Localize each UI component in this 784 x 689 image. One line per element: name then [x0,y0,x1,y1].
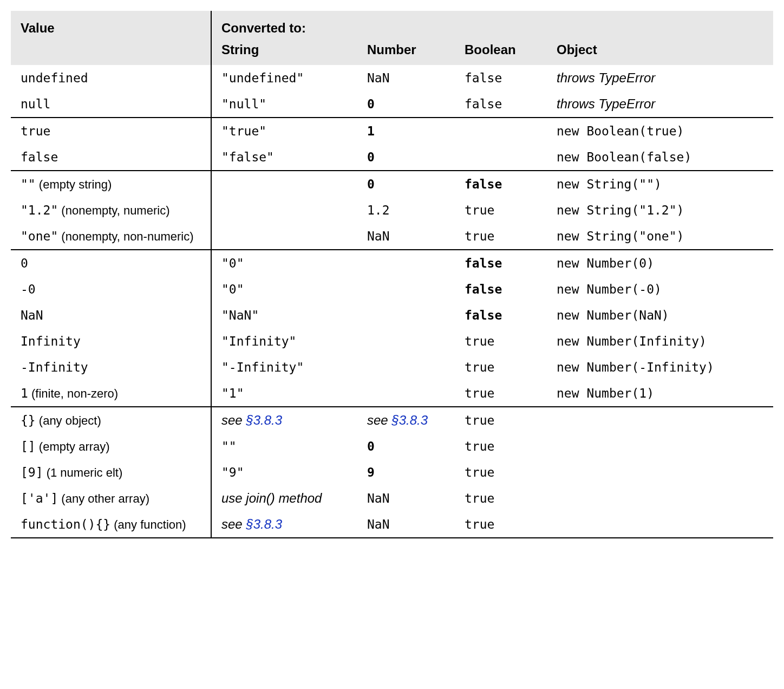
cell-boolean: true [455,511,547,538]
cell-object: throws TypeError [547,91,773,118]
header-value: Value [11,11,211,65]
cell-string: "1" [211,380,357,407]
cell-value: [9] (1 numeric elt) [11,459,211,485]
cell-boolean: false [455,250,547,276]
cell-number [357,276,455,302]
cell-value: [] (empty array) [11,433,211,459]
cell-value: null [11,91,211,118]
cell-boolean: true [455,328,547,354]
cell-value: NaN [11,302,211,328]
cell-string: "false" [211,144,357,171]
cell-boolean: true [455,354,547,380]
cell-value: false [11,144,211,171]
cell-boolean [455,144,547,171]
header-object: Object [547,39,773,65]
header-string: String [211,39,357,65]
table-row: 0"0"falsenew Number(0) [11,250,773,276]
cell-string: "NaN" [211,302,357,328]
table-row: "one" (nonempty, non-numeric)NaNtruenew … [11,223,773,250]
cell-object: new String("one") [547,223,773,250]
cell-string: see §3.8.3 [211,511,357,538]
cell-value: -0 [11,276,211,302]
header-number: Number [357,39,455,65]
cell-value: ['a'] (any other array) [11,485,211,511]
cell-string: "Infinity" [211,328,357,354]
table-row: 1 (finite, non-zero)"1"truenew Number(1) [11,380,773,407]
cell-value: "one" (nonempty, non-numeric) [11,223,211,250]
table-row: [9] (1 numeric elt)"9"9true [11,459,773,485]
table-row: null"null"0falsethrows TypeError [11,91,773,118]
cell-string: "0" [211,276,357,302]
cell-boolean: true [455,459,547,485]
cell-boolean [455,118,547,144]
table-header: Value Converted to: String Number Boolea… [11,11,773,65]
type-conversion-table: Value Converted to: String Number Boolea… [11,11,773,538]
cell-number: 0 [357,171,455,197]
table-row: Infinity"Infinity"truenew Number(Infinit… [11,328,773,354]
table-row: true"true"1new Boolean(true) [11,118,773,144]
header-converted-to: Converted to: [211,11,773,39]
cell-object: new Number(0) [547,250,773,276]
cell-number: NaN [357,65,455,91]
cell-string: "9" [211,459,357,485]
cell-number: see §3.8.3 [357,407,455,433]
table-row: function(){} (any function)see §3.8.3NaN… [11,511,773,538]
cell-object [547,485,773,511]
cell-object [547,459,773,485]
cell-number [357,380,455,407]
cell-string [211,171,357,197]
cell-value: -Infinity [11,354,211,380]
cell-boolean: false [455,276,547,302]
cell-object: new String("") [547,171,773,197]
cell-string [211,223,357,250]
cell-boolean: false [455,91,547,118]
cell-boolean: true [455,197,547,223]
cell-number [357,250,455,276]
table-row: ['a'] (any other array)use join() method… [11,485,773,511]
cell-string: "" [211,433,357,459]
cell-boolean: false [455,171,547,197]
table-body: undefined"undefined"NaNfalsethrows TypeE… [11,65,773,538]
cell-string: see §3.8.3 [211,407,357,433]
cell-object: new Number(Infinity) [547,328,773,354]
cell-boolean: true [455,380,547,407]
cell-number: 0 [357,144,455,171]
cell-value: 1 (finite, non-zero) [11,380,211,407]
table-row: [] (empty array)""0true [11,433,773,459]
cell-string: "0" [211,250,357,276]
cell-object: new Number(-0) [547,276,773,302]
cell-boolean: true [455,407,547,433]
table-row: -Infinity"-Infinity"truenew Number(-Infi… [11,354,773,380]
cell-number [357,302,455,328]
cell-string: "undefined" [211,65,357,91]
cell-string: use join() method [211,485,357,511]
table-row: -0"0"falsenew Number(-0) [11,276,773,302]
cell-number: 1.2 [357,197,455,223]
table-row: "1.2" (nonempty, numeric)1.2truenew Stri… [11,197,773,223]
cell-number: NaN [357,511,455,538]
cell-value: undefined [11,65,211,91]
cell-number: NaN [357,485,455,511]
cell-value: function(){} (any function) [11,511,211,538]
cell-number: NaN [357,223,455,250]
cell-object [547,511,773,538]
cell-boolean: true [455,485,547,511]
cell-number: 1 [357,118,455,144]
cell-string [211,197,357,223]
cell-boolean: false [455,65,547,91]
cell-object: new Number(-Infinity) [547,354,773,380]
table-row: "" (empty string)0falsenew String("") [11,171,773,197]
cell-object: new String("1.2") [547,197,773,223]
cell-value: {} (any object) [11,407,211,433]
cell-object: new Number(NaN) [547,302,773,328]
cell-object [547,433,773,459]
table-row: NaN"NaN"falsenew Number(NaN) [11,302,773,328]
cell-value: 0 [11,250,211,276]
cell-number: 0 [357,433,455,459]
cell-number: 0 [357,91,455,118]
cell-boolean: true [455,433,547,459]
cell-string: "true" [211,118,357,144]
table-row: undefined"undefined"NaNfalsethrows TypeE… [11,65,773,91]
cell-value: true [11,118,211,144]
cell-object: new Boolean(false) [547,144,773,171]
